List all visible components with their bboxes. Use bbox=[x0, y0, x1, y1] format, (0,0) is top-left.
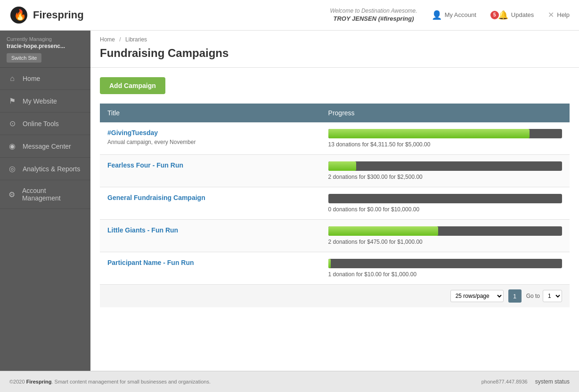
rows-per-page: 25 rows/page 10 rows/page 50 rows/page 1… bbox=[450, 290, 504, 302]
sidebar-item-online-tools[interactable]: ⊙ Online Tools bbox=[0, 112, 90, 135]
progress-bar-fill bbox=[328, 129, 530, 138]
add-campaign-button[interactable]: Add Campaign bbox=[100, 77, 165, 94]
user-name: TROY JENSEN (#firespring) bbox=[330, 15, 417, 23]
page-1-button[interactable]: 1 bbox=[508, 289, 522, 303]
sidebar-item-account-management[interactable]: ⚙ Account Management bbox=[0, 180, 90, 209]
campaign-title-link[interactable]: Participant Name - Fun Run bbox=[107, 259, 313, 266]
layout: Currently Managing tracie-hope.presenc..… bbox=[0, 31, 579, 371]
updates-label: Updates bbox=[511, 11, 534, 18]
system-status-link[interactable]: system status bbox=[535, 378, 570, 385]
progress-bar-fill bbox=[328, 161, 357, 171]
sidebar: Currently Managing tracie-hope.presenc..… bbox=[0, 31, 90, 371]
sidebar-item-label: Home bbox=[23, 75, 40, 82]
campaign-title-link[interactable]: Little Giants - Fun Run bbox=[107, 226, 313, 234]
progress-bar-fill bbox=[328, 259, 331, 268]
site-name: tracie-hope.presenc... bbox=[7, 43, 84, 49]
firespring-logo-icon: 🔥 bbox=[9, 6, 28, 24]
breadcrumb-home[interactable]: Home bbox=[100, 36, 115, 43]
progress-text: 2 donations for $300.00 for $2,500.00 bbox=[328, 174, 562, 180]
account-icon: ⚙ bbox=[8, 190, 16, 199]
campaign-progress-cell: 0 donations for $0.00 for $10,000.00 bbox=[321, 187, 570, 220]
progress-text: 0 donations for $0.00 for $10,000.00 bbox=[328, 206, 562, 213]
breadcrumb-libraries: Libraries bbox=[125, 36, 147, 43]
footer-right: phone877.447.8936 system status bbox=[481, 378, 570, 385]
content-area: Add Campaign Title Progress #GivingTuesd… bbox=[90, 68, 579, 317]
header-right: Welcome to Destination Awesome. TROY JEN… bbox=[330, 7, 570, 24]
progress-container: 13 donations for $4,311.50 for $5,000.00 bbox=[328, 129, 562, 148]
home-icon: ⌂ bbox=[8, 74, 17, 83]
footer-phone: phone877.447.8936 bbox=[481, 379, 528, 384]
go-to-area: Go to 1 bbox=[526, 290, 562, 302]
progress-text: 2 donations for $475.00 for $1,000.00 bbox=[328, 239, 562, 245]
page-title: Fundraising Campaigns bbox=[90, 45, 579, 68]
pagination-bar: 25 rows/page 10 rows/page 50 rows/page 1… bbox=[100, 284, 570, 307]
sidebar-item-home[interactable]: ⌂ Home bbox=[0, 68, 90, 90]
progress-container: 2 donations for $475.00 for $1,000.00 bbox=[328, 226, 562, 245]
campaign-title-cell: Fearless Four - Fun Run bbox=[100, 155, 321, 187]
campaigns-tbody: #GivingTuesdayAnnual campaign, every Nov… bbox=[100, 122, 570, 284]
table-row: Participant Name - Fun Run1 donation for… bbox=[100, 252, 570, 285]
campaign-title-cell: Little Giants - Fun Run bbox=[100, 220, 321, 252]
go-to-label: Go to bbox=[526, 293, 540, 299]
progress-bar-track bbox=[328, 129, 562, 138]
campaign-title-link[interactable]: #GivingTuesday bbox=[107, 129, 313, 136]
sidebar-item-label: Account Management bbox=[22, 187, 83, 202]
tools-icon: ⊙ bbox=[8, 119, 17, 128]
breadcrumb-separator: / bbox=[119, 36, 121, 43]
footer-left: ©2020 Firespring. Smart content manageme… bbox=[9, 379, 211, 384]
table-row: General Fundraising Campaign0 donations … bbox=[100, 187, 570, 220]
welcome-block: Welcome to Destination Awesome. TROY JEN… bbox=[330, 7, 417, 24]
progress-bar-track bbox=[328, 226, 562, 236]
campaign-progress-cell: 1 donation for $10.00 for $1,000.00 bbox=[321, 252, 570, 285]
sidebar-item-my-website[interactable]: ⚑ My Website bbox=[0, 90, 90, 112]
sidebar-item-message-center[interactable]: ◉ Message Center bbox=[0, 135, 90, 158]
campaign-progress-cell: 13 donations for $4,311.50 for $5,000.00 bbox=[321, 122, 570, 155]
help-nav[interactable]: ✕ Help bbox=[548, 10, 570, 19]
message-icon: ◉ bbox=[8, 142, 17, 151]
campaign-title-link[interactable]: Fearless Four - Fun Run bbox=[107, 161, 313, 169]
progress-container: 2 donations for $300.00 for $2,500.00 bbox=[328, 161, 562, 180]
table-row: Fearless Four - Fun Run2 donations for $… bbox=[100, 155, 570, 187]
table-row: Little Giants - Fun Run2 donations for $… bbox=[100, 220, 570, 252]
welcome-line1: Welcome to Destination Awesome. bbox=[330, 7, 417, 15]
footer-copyright: ©2020 bbox=[9, 379, 26, 384]
campaign-title-link[interactable]: General Fundraising Campaign bbox=[107, 194, 313, 201]
campaign-title-cell: #GivingTuesdayAnnual campaign, every Nov… bbox=[100, 122, 321, 155]
flag-icon: ⚑ bbox=[8, 96, 17, 105]
progress-bar-track bbox=[328, 161, 562, 171]
analytics-icon: ◎ bbox=[8, 164, 17, 173]
go-to-select[interactable]: 1 bbox=[543, 290, 562, 302]
progress-bar-track bbox=[328, 194, 562, 203]
progress-bar-track bbox=[328, 259, 562, 268]
campaigns-table: Title Progress #GivingTuesdayAnnual camp… bbox=[100, 104, 570, 284]
phone-label: phone bbox=[481, 379, 496, 384]
person-icon: 👤 bbox=[432, 10, 442, 20]
main-content: Home / Libraries Fundraising Campaigns A… bbox=[90, 31, 579, 371]
switch-site-button[interactable]: Switch Site bbox=[7, 53, 41, 63]
progress-text: 1 donation for $10.00 for $1,000.00 bbox=[328, 271, 562, 278]
sidebar-item-label: My Website bbox=[23, 97, 57, 105]
progress-bar-fill bbox=[328, 226, 438, 236]
logo-text: Firespring bbox=[33, 9, 84, 21]
progress-container: 1 donation for $10.00 for $1,000.00 bbox=[328, 259, 562, 278]
my-account-nav[interactable]: 👤 My Account bbox=[432, 10, 476, 20]
sidebar-item-analytics-reports[interactable]: ◎ Analytics & Reports bbox=[0, 158, 90, 180]
managing-block: Currently Managing tracie-hope.presenc..… bbox=[0, 31, 90, 68]
progress-container: 0 donations for $0.00 for $10,000.00 bbox=[328, 194, 562, 213]
breadcrumb: Home / Libraries bbox=[90, 31, 579, 45]
campaign-progress-cell: 2 donations for $300.00 for $2,500.00 bbox=[321, 155, 570, 187]
campaign-subtitle: Annual campaign, every November bbox=[107, 139, 196, 145]
help-icon: ✕ bbox=[548, 10, 554, 19]
col-header-progress: Progress bbox=[321, 104, 570, 122]
managing-label: Currently Managing bbox=[7, 36, 84, 42]
campaign-title-cell: General Fundraising Campaign bbox=[100, 187, 321, 220]
rows-per-page-select[interactable]: 25 rows/page 10 rows/page 50 rows/page 1… bbox=[450, 290, 504, 302]
help-label: Help bbox=[557, 11, 570, 18]
footer: ©2020 Firespring. Smart content manageme… bbox=[0, 371, 579, 392]
logo-area: 🔥 Firespring bbox=[9, 6, 84, 24]
table-header: Title Progress bbox=[100, 104, 570, 122]
my-account-label: My Account bbox=[445, 11, 476, 18]
updates-nav[interactable]: 5 🔔 Updates bbox=[490, 10, 534, 20]
updates-wrapper: 5 🔔 bbox=[490, 10, 508, 20]
sidebar-item-label: Online Tools bbox=[23, 120, 59, 128]
